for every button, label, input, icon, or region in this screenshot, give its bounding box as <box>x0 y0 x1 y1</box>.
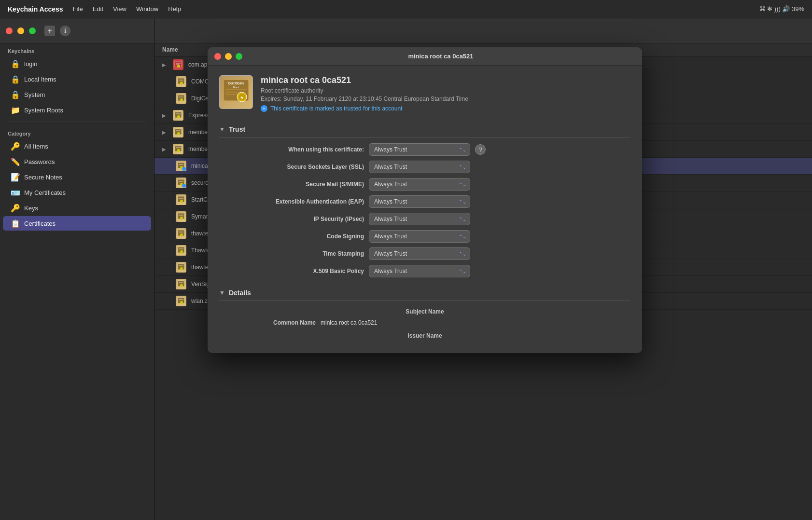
ipsec-select[interactable]: Always Trust <box>369 213 470 225</box>
menu-file[interactable]: File <box>73 5 83 13</box>
code-signing-select-wrapper[interactable]: Always Trust <box>369 230 470 243</box>
subject-name-heading: Subject Name <box>219 307 630 315</box>
traffic-light-maximize[interactable] <box>29 27 36 34</box>
cert-icon <box>176 245 186 256</box>
sidebar-item-login[interactable]: 🔒 login <box>3 56 151 71</box>
cert-large-icon: Certificate Root ★ <box>219 75 253 109</box>
sidebar-item-system-roots[interactable]: 📁 System Roots <box>3 103 151 117</box>
when-using-select[interactable]: Always Trust <box>369 143 470 156</box>
dialog-titlebar: minica root ca 0ca521 <box>208 47 642 66</box>
svg-point-6 <box>180 82 183 84</box>
issuer-name-heading: Issuer Name <box>219 331 630 340</box>
menu-help[interactable]: Help <box>168 5 181 13</box>
ssl-trust-row: Secure Sockets Layer (SSL) Always Trust <box>219 161 630 173</box>
dialog-body: Certificate Root ★ minica root ca 0ca521… <box>208 66 642 353</box>
my-certs-icon: 🪪 <box>11 188 20 197</box>
lock-icon: 🔒 <box>11 59 20 68</box>
code-signing-select[interactable]: Always Trust <box>369 230 470 243</box>
menu-view[interactable]: View <box>113 5 126 13</box>
issuer-name-label: Issuer Name <box>407 332 442 339</box>
common-name-value: minica root ca 0ca521 <box>321 319 377 326</box>
common-name-label: Common Name <box>219 319 316 326</box>
sidebar-item-my-certificates[interactable]: 🪪 My Certificates <box>3 185 151 200</box>
header-name: Name <box>162 46 178 53</box>
cert-icon <box>176 262 186 273</box>
svg-text:Certificate: Certificate <box>228 82 244 85</box>
cert-icon <box>176 279 186 289</box>
sidebar-item-all-items[interactable]: 🔑 All Items <box>3 139 151 153</box>
traffic-light-minimize[interactable] <box>17 27 24 34</box>
cert-info-type: Root certificate authority <box>261 87 468 94</box>
cert-icon <box>176 76 186 87</box>
sidebar-item-label: Certificates <box>24 220 56 227</box>
cert-icon <box>176 93 186 104</box>
dialog-minimize-button[interactable] <box>225 53 232 60</box>
notes-icon: 📝 <box>11 172 20 182</box>
sidebar-item-secure-notes[interactable]: 📝 Secure Notes <box>3 170 151 184</box>
ssl-select-wrapper[interactable]: Always Trust <box>369 161 470 173</box>
svg-point-27 <box>180 200 183 203</box>
time-stamping-select[interactable]: Always Trust <box>369 247 470 260</box>
eap-select-wrapper[interactable]: Always Trust <box>369 195 470 208</box>
when-using-select-wrapper[interactable]: Always Trust <box>369 143 470 156</box>
dialog-title: minica root ca 0ca521 <box>246 53 635 60</box>
sidebar-item-label: Local Items <box>24 76 56 83</box>
trust-badge-icon: + <box>261 105 267 112</box>
sidebar-item-certificates[interactable]: 📋 Certificates <box>3 216 151 231</box>
help-button[interactable]: ? <box>475 144 486 155</box>
details-section-title: Details <box>229 289 251 297</box>
svg-text:Root: Root <box>233 86 239 89</box>
time-stamping-label: Time Stamping <box>219 250 364 257</box>
cert-icon <box>176 194 186 205</box>
info-button[interactable]: ℹ <box>60 26 70 36</box>
cert-icon-red <box>173 59 183 70</box>
dialog-close-button[interactable] <box>214 53 221 60</box>
smime-select[interactable]: Always Trust <box>369 178 470 191</box>
x509-select-wrapper[interactable]: Always Trust <box>369 265 470 277</box>
expand-arrow-icon: ▶ <box>162 130 166 135</box>
main-window: + ℹ Keychains 🔒 login 🔒 Local Items 🔒 Sy… <box>0 18 812 520</box>
menu-edit[interactable]: Edit <box>93 5 103 13</box>
time-stamping-select-wrapper[interactable]: Always Trust <box>369 247 470 260</box>
eap-select[interactable]: Always Trust <box>369 195 470 208</box>
folder-icon: 📁 <box>11 105 20 115</box>
cert-icon <box>173 144 183 154</box>
eap-label: Extensible Authentication (EAP) <box>219 198 364 205</box>
sidebar: + ℹ Keychains 🔒 login 🔒 Local Items 🔒 Sy… <box>0 18 154 520</box>
x509-select[interactable]: Always Trust <box>369 265 470 277</box>
sidebar-item-label: Secure Notes <box>24 174 62 181</box>
menu-bar-icons: ⌘ ✻ ))) 🔊 39% <box>759 5 804 13</box>
sidebar-item-label: Passwords <box>24 158 55 165</box>
sidebar-item-label: My Certificates <box>24 189 66 196</box>
svg-point-36 <box>180 250 183 253</box>
trust-section-arrow-icon: ▼ <box>219 126 225 133</box>
smime-trust-row: Secure Mail (S/MIME) Always Trust <box>219 178 630 191</box>
smime-select-wrapper[interactable]: Always Trust <box>369 178 470 191</box>
sidebar-item-passwords[interactable]: ✏️ Passwords <box>3 154 151 169</box>
passwords-icon: ✏️ <box>11 157 20 166</box>
lock-icon: 🔒 <box>11 90 20 99</box>
all-items-icon: 🔑 <box>11 141 20 151</box>
svg-point-33 <box>180 233 183 236</box>
traffic-light-close[interactable] <box>6 27 13 34</box>
sidebar-item-keys[interactable]: 🔑 Keys <box>3 201 151 215</box>
ipsec-select-wrapper[interactable]: Always Trust <box>369 213 470 225</box>
svg-point-30 <box>180 217 183 219</box>
trust-section-header[interactable]: ▼ Trust <box>219 122 630 137</box>
svg-point-12 <box>177 115 180 118</box>
ssl-select[interactable]: Always Trust <box>369 161 470 173</box>
svg-point-39 <box>180 267 183 270</box>
ipsec-label: IP Security (IPsec) <box>219 216 364 222</box>
x509-trust-row: X.509 Basic Policy Always Trust <box>219 265 630 277</box>
add-keychain-button[interactable]: + <box>44 26 55 36</box>
menu-window[interactable]: Window <box>136 5 158 13</box>
subject-name-label: Subject Name <box>406 308 444 315</box>
sidebar-item-system[interactable]: 🔒 System <box>3 87 151 102</box>
cert-icon <box>176 228 186 239</box>
content-toolbar <box>154 18 812 43</box>
sidebar-item-local-items[interactable]: 🔒 Local Items <box>3 72 151 86</box>
dialog-zoom-button[interactable] <box>236 53 242 60</box>
certificates-icon: 📋 <box>11 219 20 228</box>
details-section-header[interactable]: ▼ Details <box>219 285 630 301</box>
sidebar-divider <box>8 122 146 122</box>
